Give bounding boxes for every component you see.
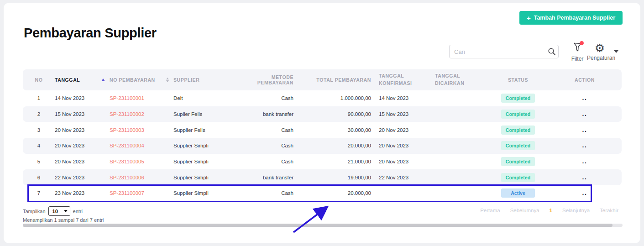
cell-action: .. bbox=[548, 122, 622, 138]
column-header-supplier[interactable]: SUPPLIER bbox=[173, 69, 240, 90]
cell-tgl_dicairkan bbox=[431, 138, 488, 154]
cell-tgl_dicairkan bbox=[431, 122, 488, 138]
plus-icon: + bbox=[527, 15, 531, 21]
cell-tanggal: 20 Nov 2023 bbox=[55, 138, 110, 154]
column-label: ACTION bbox=[575, 77, 595, 83]
cell-status: Completed bbox=[488, 138, 548, 154]
cell-metode: bank transfer bbox=[240, 106, 294, 122]
table-row: 114 Nov 2023SP-231100001DeltCash1.000.00… bbox=[23, 90, 622, 106]
status-badge: Completed bbox=[501, 141, 535, 150]
cell-no_pembayaran: SP-231100005 bbox=[110, 154, 173, 170]
cell-tgl_dicairkan bbox=[431, 154, 488, 170]
cell-tanggal: 20 Nov 2023 bbox=[55, 122, 110, 138]
cell-action: .. bbox=[548, 138, 622, 154]
payment-number-link[interactable]: SP-231100001 bbox=[110, 95, 144, 101]
settings-button[interactable]: ⚙ Pengaturan bbox=[587, 42, 613, 61]
cell-tgl_dicairkan bbox=[431, 185, 488, 201]
pagination-1[interactable]: 1 bbox=[550, 208, 552, 213]
column-label: TANGGAL KONFIRMASI bbox=[379, 73, 412, 86]
row-actions-button[interactable]: .. bbox=[582, 111, 587, 116]
cell-metode: Cash bbox=[240, 154, 294, 170]
column-label: NO bbox=[35, 77, 43, 83]
table-row: 215 Nov 2023SP-231100002Suplier Felisban… bbox=[23, 106, 622, 122]
settings-dropdown-caret-icon[interactable] bbox=[614, 50, 618, 53]
search-input[interactable] bbox=[450, 48, 545, 55]
row-actions-button[interactable]: .. bbox=[582, 127, 587, 132]
cell-status: Completed bbox=[488, 90, 548, 106]
cell-supplier: Delt bbox=[173, 90, 240, 106]
table-row: 420 Nov 2023SP-231100004Supplier SimpliC… bbox=[23, 138, 622, 154]
settings-label: Pengaturan bbox=[587, 55, 613, 61]
horizontal-scrollbar-track[interactable] bbox=[23, 224, 623, 227]
column-label: STATUS bbox=[508, 77, 528, 83]
pagination: PertamaSebelumnya1SelanjutnyaTerakhir bbox=[480, 208, 618, 213]
column-header-no_pembayaran[interactable]: NO PEMBAYARAN bbox=[110, 69, 173, 90]
pagination-pertama[interactable]: Pertama bbox=[480, 208, 500, 213]
pagination-terakhir[interactable]: Terakhir bbox=[600, 208, 618, 213]
column-header-tgl_konfirmasi[interactable]: TANGGAL KONFIRMASI bbox=[372, 69, 431, 90]
cell-metode: Cash bbox=[240, 185, 294, 201]
pagination-sebelumnya[interactable]: Sebelumnya bbox=[510, 208, 539, 213]
cell-action: .. bbox=[548, 106, 622, 122]
row-actions-button[interactable]: .. bbox=[582, 159, 587, 163]
cell-status: Active bbox=[488, 185, 548, 201]
cell-status: Completed bbox=[488, 169, 548, 185]
column-header-status[interactable]: STATUS bbox=[488, 69, 548, 90]
payment-number-link[interactable]: SP-231100003 bbox=[110, 127, 144, 133]
cell-status: Completed bbox=[488, 122, 548, 138]
cell-supplier: Supplier Simpli bbox=[173, 169, 240, 185]
cell-action: .. bbox=[548, 154, 622, 170]
cell-no: 3 bbox=[23, 122, 55, 138]
column-header-no[interactable]: NO bbox=[23, 69, 55, 90]
add-supplier-payment-button[interactable]: + Tambah Pembayaran Supplier bbox=[519, 11, 623, 25]
cell-tgl_dicairkan bbox=[431, 90, 488, 106]
cell-action: .. bbox=[548, 90, 622, 106]
cell-action: .. bbox=[548, 169, 622, 185]
payment-number-link[interactable]: SP-231100005 bbox=[110, 159, 144, 164]
cell-tgl_konfirmasi: 14 Nov 2023 bbox=[372, 90, 431, 106]
cell-supplier: Supplier Simpli bbox=[173, 138, 240, 154]
cell-total: 1.000.000,00 bbox=[294, 90, 372, 106]
row-actions-button[interactable]: .. bbox=[582, 175, 587, 179]
cell-no: 1 bbox=[23, 90, 55, 106]
cell-supplier: Supplier Simpli bbox=[173, 185, 240, 201]
column-header-tgl_dicairkan[interactable]: TANGGAL DICAIRKAN bbox=[431, 69, 488, 90]
cell-metode: bank transfer bbox=[240, 169, 294, 185]
cell-total: 19.900,00 bbox=[294, 169, 372, 185]
cell-metode: Cash bbox=[240, 122, 294, 138]
column-header-total[interactable]: TOTAL PEMBAYARAN bbox=[294, 69, 372, 90]
column-label: TANGGAL DICAIRKAN bbox=[435, 73, 464, 86]
search-icon[interactable] bbox=[545, 47, 558, 56]
payment-number-link[interactable]: SP-231100006 bbox=[110, 175, 144, 180]
pagination-selanjutnya[interactable]: Selanjutnya bbox=[562, 208, 590, 213]
horizontal-scrollbar-thumb[interactable] bbox=[23, 224, 613, 227]
row-actions-button[interactable]: .. bbox=[582, 143, 587, 147]
page-size-select[interactable]: 10 bbox=[48, 206, 70, 216]
table-info-text: Menampilkan 1 sampai 7 dari 7 entri bbox=[23, 217, 104, 223]
filter-button[interactable]: Filter bbox=[566, 42, 589, 62]
column-label: TOTAL PEMBAYARAN bbox=[316, 77, 371, 83]
cell-no: 7 bbox=[23, 185, 55, 201]
column-header-tanggal[interactable]: TANGGAL bbox=[55, 69, 110, 90]
column-header-action[interactable]: ACTION bbox=[548, 69, 622, 90]
add-button-label: Tambah Pembayaran Supplier bbox=[534, 15, 615, 21]
payment-number-link[interactable]: SP-231100004 bbox=[110, 143, 144, 148]
cell-action: .. bbox=[548, 185, 622, 201]
table-row: 723 Nov 2023SP-231100007Supplier SimpliC… bbox=[23, 185, 622, 201]
cell-tgl_konfirmasi: 22 Nov 2023 bbox=[372, 169, 431, 185]
column-header-metode[interactable]: METODE PEMBAYARAN bbox=[240, 69, 294, 90]
cell-tanggal: 22 Nov 2023 bbox=[55, 169, 110, 185]
row-actions-button[interactable]: .. bbox=[582, 190, 587, 195]
page-size-select-wrap: 10 bbox=[48, 206, 70, 216]
table-header-row: NOTANGGALNO PEMBAYARANSUPPLIERMETODE PEM… bbox=[23, 69, 622, 90]
cell-tgl_konfirmasi: 20 Nov 2023 bbox=[372, 154, 431, 170]
cell-no_pembayaran: SP-231100001 bbox=[110, 90, 173, 106]
row-actions-button[interactable]: .. bbox=[582, 95, 587, 100]
payment-number-link[interactable]: SP-231100007 bbox=[110, 190, 144, 196]
sort-ascending-icon bbox=[101, 79, 105, 81]
status-badge: Completed bbox=[501, 157, 535, 166]
filter-funnel-icon bbox=[572, 42, 582, 53]
cell-no_pembayaran: SP-231100004 bbox=[110, 138, 173, 154]
payment-number-link[interactable]: SP-231100002 bbox=[110, 111, 144, 117]
cell-tgl_dicairkan bbox=[431, 169, 488, 185]
